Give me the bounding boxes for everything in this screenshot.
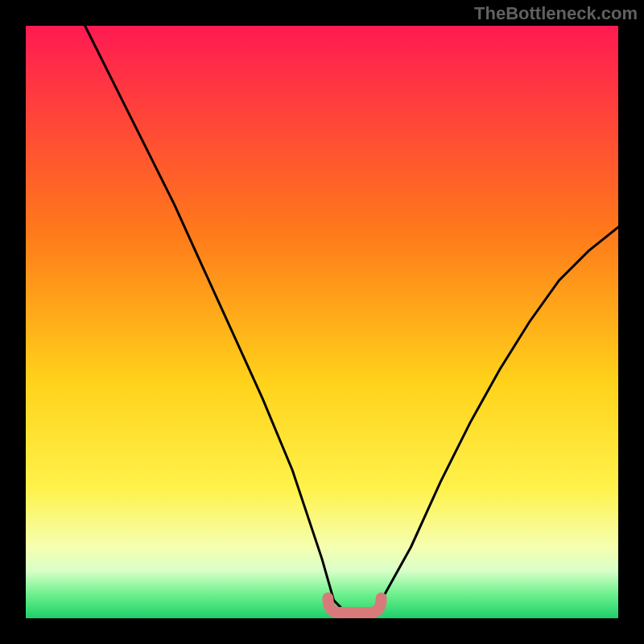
watermark-text: TheBottleneck.com (474, 3, 638, 24)
chart-svg (0, 0, 644, 644)
bottleneck-chart (0, 0, 644, 644)
